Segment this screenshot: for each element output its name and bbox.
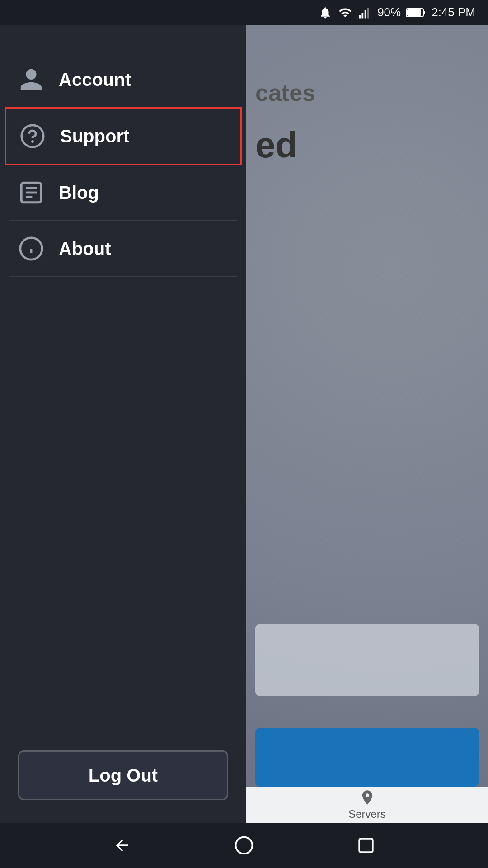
bottom-nav-right: Servers	[246, 787, 488, 823]
bg-connect-button	[255, 728, 479, 787]
svg-rect-1	[362, 13, 364, 19]
recent-icon	[357, 836, 375, 854]
status-bar: 90% 2:45 PM	[0, 0, 488, 25]
svg-point-16	[236, 837, 253, 854]
about-label: About	[59, 239, 111, 259]
account-icon	[18, 66, 44, 93]
bg-partial-text-1: cates	[255, 79, 315, 106]
servers-pin-icon	[359, 789, 376, 806]
svg-point-8	[32, 141, 33, 142]
alarm-icon	[319, 6, 332, 19]
sidebar-item-about[interactable]: About	[0, 221, 246, 276]
home-icon	[234, 835, 254, 855]
android-nav-bar	[0, 823, 488, 868]
blog-label: Blog	[59, 183, 99, 203]
background-content: cates ed Servers	[246, 25, 488, 823]
drawer-spacer	[0, 277, 246, 737]
sidebar-item-blog[interactable]: Blog	[0, 165, 246, 220]
status-icons: 90% 2:45 PM	[319, 5, 475, 19]
svg-rect-0	[359, 15, 361, 19]
logout-button[interactable]: Log Out	[18, 750, 228, 800]
svg-rect-3	[367, 8, 369, 19]
bg-input-box	[255, 624, 479, 696]
bg-partial-text-2: ed	[255, 124, 297, 166]
svg-rect-5	[423, 11, 425, 14]
support-icon	[19, 123, 46, 149]
support-label: Support	[60, 126, 129, 146]
drawer: Account Support Blog	[0, 25, 246, 823]
main-layout: Account Support Blog	[0, 25, 488, 823]
back-button[interactable]	[111, 834, 133, 857]
account-label: Account	[59, 70, 131, 90]
sidebar-item-account[interactable]: Account	[0, 52, 246, 107]
blog-icon	[18, 179, 44, 206]
wifi-icon	[338, 6, 353, 19]
battery-percent: 90%	[377, 5, 401, 19]
logout-area: Log Out	[0, 737, 246, 823]
svg-rect-17	[359, 839, 373, 852]
sidebar-item-support[interactable]: Support	[5, 107, 242, 165]
back-icon	[113, 836, 131, 854]
status-time: 2:45 PM	[432, 5, 475, 19]
servers-label: Servers	[348, 808, 386, 821]
recent-button[interactable]	[355, 834, 377, 857]
svg-rect-6	[407, 9, 421, 16]
signal-icon	[358, 6, 372, 19]
home-button[interactable]	[233, 834, 255, 857]
about-icon	[18, 236, 44, 262]
battery-icon	[406, 7, 426, 18]
svg-rect-2	[365, 10, 366, 19]
